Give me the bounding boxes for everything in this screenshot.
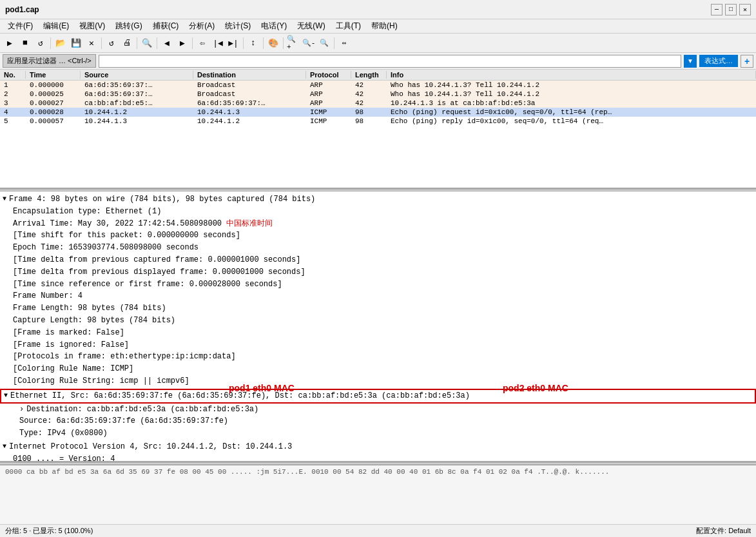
col-header-destination[interactable]: Destination bbox=[193, 71, 306, 79]
ipv4-header-text: Internet Protocol Version 4, Src: 10.244… bbox=[9, 442, 292, 453]
packet-proto: ARP bbox=[306, 99, 351, 107]
col-header-time[interactable]: Time bbox=[26, 71, 81, 79]
packet-len: 42 bbox=[351, 99, 387, 107]
autoscroll-button[interactable]: ↕ bbox=[246, 36, 260, 50]
close-button[interactable]: ✕ bbox=[739, 4, 751, 15]
zoom-normal-button[interactable]: 🔍 bbox=[317, 36, 331, 50]
print-button[interactable]: 🖨 bbox=[120, 36, 134, 50]
packet-time: 0.000025 bbox=[26, 90, 81, 98]
cn-time-text: 中国标准时间 bbox=[226, 219, 273, 228]
expression-button[interactable]: 表达式… bbox=[699, 55, 738, 67]
colorize-button[interactable]: 🎨 bbox=[266, 36, 280, 50]
packet-time: 0.000027 bbox=[26, 99, 81, 107]
menu-view[interactable]: 视图(V) bbox=[74, 19, 110, 33]
table-row[interactable]: 2 0.000025 6a:6d:35:69:37:… Broadcast AR… bbox=[0, 90, 756, 99]
ethernet-type-item[interactable]: Type: IPv4 (0x0800) bbox=[0, 427, 756, 440]
forward-button[interactable]: ▶ bbox=[175, 36, 189, 50]
toolbar-sep9 bbox=[334, 37, 334, 49]
col-header-info[interactable]: Info bbox=[387, 71, 756, 79]
back-button[interactable]: ◀ bbox=[160, 36, 174, 50]
add-filter-button[interactable]: + bbox=[741, 55, 753, 68]
table-row[interactable]: 4 0.000028 10.244.1.2 10.244.1.3 ICMP 98… bbox=[0, 108, 756, 117]
packet-count: 分组: 5 · 已显示: 5 (100.0%) bbox=[5, 526, 93, 536]
detail-line: [Frame is marked: False] bbox=[0, 327, 756, 339]
detail-line: [Time delta from previous displayed fram… bbox=[0, 266, 756, 278]
ethernet-dest-item[interactable]: › Destination: ca:bb:af:bd:e5:3a (ca:bb:… bbox=[0, 404, 756, 416]
detail-line: [Coloring Rule Name: ICMP] bbox=[0, 363, 756, 375]
table-row[interactable]: 5 0.000057 10.244.1.3 10.244.1.2 ICMP 98… bbox=[0, 117, 756, 126]
table-row[interactable]: 3 0.000027 ca:bb:af:bd:e5:… 6a:6d:35:69:… bbox=[0, 99, 756, 108]
packet-src: 10.244.1.3 bbox=[81, 117, 193, 125]
packet-proto: ICMP bbox=[306, 108, 351, 116]
restart-capture-button[interactable]: ↺ bbox=[34, 36, 48, 50]
packet-info: Echo (ping) reply id=0x1c00, seq=0/0, tt… bbox=[387, 117, 756, 125]
toolbar-sep6 bbox=[243, 37, 244, 49]
frame-header[interactable]: ▼ Frame 4: 98 bytes on wire (784 bits), … bbox=[0, 193, 756, 206]
pod2-annotation: pod2 eth0 MAC bbox=[503, 383, 568, 393]
col-header-length[interactable]: Length bbox=[351, 71, 387, 79]
packet-dst: 6a:6d:35:69:37:… bbox=[193, 99, 306, 107]
col-header-source[interactable]: Source bbox=[81, 71, 193, 79]
ethernet-src-text: Source: 6a:6d:35:69:37:fe (6a:6d:35:69:3… bbox=[19, 416, 228, 427]
close-button2[interactable]: ✕ bbox=[84, 36, 99, 50]
packet-detail[interactable]: ▼ Frame 4: 98 bytes on wire (784 bits), … bbox=[0, 191, 756, 462]
ethernet-header[interactable]: ▼ Ethernet II, Src: 6a:6d:35:69:37:fe (6… bbox=[0, 389, 756, 404]
detail-line: [Time since reference or first frame: 0.… bbox=[0, 278, 756, 291]
packet-len: 98 bbox=[351, 108, 387, 116]
packet-len: 42 bbox=[351, 90, 387, 98]
ethernet-src-item[interactable]: Source: 6a:6d:35:69:37:fe (6a:6d:35:69:3… bbox=[0, 415, 756, 427]
packet-src: ca:bb:af:bd:e5:… bbox=[81, 99, 193, 107]
packet-no: 5 bbox=[0, 117, 26, 125]
menu-edit[interactable]: 编辑(E) bbox=[38, 19, 74, 33]
frame-chevron: ▼ bbox=[3, 195, 6, 204]
menu-bar: 文件(F) 编辑(E) 视图(V) 跳转(G) 捕获(C) 分析(A) 统计(S… bbox=[0, 19, 756, 34]
packet-no: 1 bbox=[0, 81, 26, 89]
reload-button[interactable]: ↺ bbox=[104, 36, 119, 50]
ethernet-section: ▼ Ethernet II, Src: 6a:6d:35:69:37:fe (6… bbox=[0, 388, 756, 440]
menu-go[interactable]: 跳转(G) bbox=[110, 19, 147, 33]
resize-columns-button[interactable]: ⇔ bbox=[337, 36, 351, 50]
packet-src: 6a:6d:35:69:37:… bbox=[81, 81, 193, 89]
minimize-button[interactable]: — bbox=[711, 4, 722, 15]
filter-input[interactable] bbox=[99, 55, 681, 68]
menu-help[interactable]: 帮助(H) bbox=[366, 19, 403, 33]
zoom-out-button[interactable]: 🔍- bbox=[302, 36, 316, 50]
table-row[interactable]: 1 0.000000 6a:6d:35:69:37:… Broadcast AR… bbox=[0, 81, 756, 90]
go-to-button[interactable]: ⇦ bbox=[195, 36, 209, 50]
maximize-button[interactable]: □ bbox=[725, 4, 737, 15]
detail-line: Frame Number: 4 bbox=[0, 290, 756, 302]
col-header-no[interactable]: No. bbox=[0, 71, 26, 79]
detail-wrapper: ▼ Frame 4: 98 bytes on wire (784 bits), … bbox=[0, 191, 756, 462]
start-capture-button[interactable]: ▶ bbox=[3, 36, 17, 50]
menu-file[interactable]: 文件(F) bbox=[3, 19, 38, 33]
filter-bar: 应用显示过滤器 … <Ctrl-/> ▼ 表达式… + bbox=[0, 53, 756, 70]
col-header-protocol[interactable]: Protocol bbox=[306, 71, 351, 79]
packet-time: 0.000028 bbox=[26, 108, 81, 116]
menu-statistics[interactable]: 统计(S) bbox=[220, 19, 256, 33]
packet-len: 98 bbox=[351, 117, 387, 125]
packet-info: Echo (ping) request id=0x1c00, seq=0/0, … bbox=[387, 108, 756, 116]
menu-telephony[interactable]: 电话(Y) bbox=[256, 19, 292, 33]
menu-capture[interactable]: 捕获(C) bbox=[148, 19, 184, 33]
save-button[interactable]: 💾 bbox=[69, 36, 83, 50]
packet-time: 0.000000 bbox=[26, 81, 81, 89]
filter-dropdown-button[interactable]: ▼ bbox=[684, 55, 697, 68]
menu-wireless[interactable]: 无线(W) bbox=[292, 19, 330, 33]
toolbar-sep4 bbox=[157, 37, 157, 49]
detail-line: Capture Length: 98 bytes (784 bits) bbox=[0, 315, 756, 327]
packet-dst: Broadcast bbox=[193, 81, 306, 89]
toolbar-sep5 bbox=[192, 37, 193, 49]
menu-tools[interactable]: 工具(T) bbox=[331, 19, 366, 33]
window-controls[interactable]: — □ ✕ bbox=[711, 4, 751, 15]
stop-capture-button[interactable]: ■ bbox=[18, 36, 32, 50]
find-button[interactable]: 🔍 bbox=[140, 36, 154, 50]
open-button[interactable]: 📂 bbox=[53, 36, 68, 50]
go-last-button[interactable]: ▶| bbox=[226, 36, 240, 50]
zoom-in-button[interactable]: 🔍+ bbox=[286, 36, 300, 50]
packet-len: 42 bbox=[351, 81, 387, 89]
go-first-button[interactable]: |◀ bbox=[211, 36, 225, 50]
title-text: pod1.cap bbox=[5, 5, 39, 14]
menu-analyze[interactable]: 分析(A) bbox=[184, 19, 220, 33]
ipv4-header[interactable]: ▼ Internet Protocol Version 4, Src: 10.2… bbox=[0, 441, 756, 453]
dest-chevron: › bbox=[19, 404, 24, 415]
